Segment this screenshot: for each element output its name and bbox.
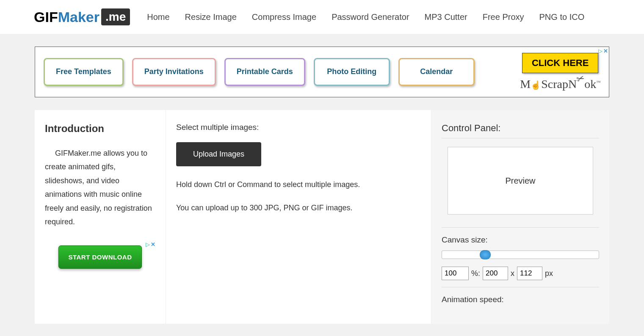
- logo-text-maker: Maker: [58, 9, 100, 25]
- ad-brand-text-scrapn: ScrapN: [541, 77, 577, 91]
- canvas-size-slider[interactable]: [442, 251, 599, 259]
- nav-png-to-ico[interactable]: PNG to ICO: [539, 12, 585, 22]
- animation-speed-label: Animation speed:: [442, 295, 599, 304]
- site-logo[interactable]: GIFMaker .me: [34, 8, 130, 25]
- main-content: Introduction GIFMaker.me allows you to c…: [35, 110, 609, 324]
- upload-images-button[interactable]: Upload Images: [176, 142, 261, 166]
- ad-brand-text-k: k: [590, 77, 596, 91]
- preview-box: Preview: [448, 147, 593, 215]
- ad-click-here-button[interactable]: CLICK HERE: [522, 53, 598, 73]
- adchoices-corner: ▷ ✕: [598, 48, 608, 54]
- ad-close-icon[interactable]: ✕: [603, 48, 608, 54]
- nav-compress-image[interactable]: Compress Image: [252, 12, 316, 22]
- nav-password-generator[interactable]: Password Generator: [332, 12, 409, 22]
- ad-brand-logo[interactable]: M☝ScrapN✂ok™: [520, 77, 600, 91]
- nav-mp3-cutter[interactable]: MP3 Cutter: [425, 12, 467, 22]
- canvas-size-label: Canvas size:: [442, 235, 599, 245]
- intro-paragraph: GIFMaker.me allows you to create animate…: [45, 146, 155, 229]
- upload-note-limit: You can upload up to 300 JPG, PNG or GIF…: [176, 202, 421, 214]
- ad-button-party-invitations[interactable]: Party Invitations: [132, 58, 216, 85]
- ad-button-photo-editing[interactable]: Photo Editing: [314, 58, 390, 85]
- logo-badge-me: .me: [101, 8, 130, 25]
- ad-button-calendar[interactable]: Calendar: [398, 58, 475, 85]
- canvas-width-input[interactable]: [483, 267, 508, 280]
- ad-button-printable-cards[interactable]: Printable Cards: [224, 58, 305, 85]
- canvas-size-inputs: %: x px: [442, 267, 599, 280]
- main-nav: Home Resize Image Compress Image Passwor…: [147, 12, 584, 22]
- percent-suffix-label: %:: [471, 269, 480, 278]
- ad-brand-text-m: M: [520, 77, 531, 91]
- nav-home[interactable]: Home: [147, 12, 169, 22]
- px-suffix-label: px: [545, 269, 553, 278]
- slider-thumb-icon[interactable]: [480, 250, 491, 259]
- adchoices-corner-small: ▷ ✕: [146, 241, 155, 248]
- adchoices-icon[interactable]: ▷: [598, 48, 603, 54]
- column-left: Introduction GIFMaker.me allows you to c…: [35, 110, 166, 324]
- nav-free-proxy[interactable]: Free Proxy: [483, 12, 524, 22]
- adchoices-icon[interactable]: ▷: [146, 241, 150, 248]
- canvas-height-input[interactable]: [517, 267, 542, 280]
- column-right-control-panel: Control Panel: Preview Canvas size: %: x…: [431, 110, 609, 324]
- intro-heading: Introduction: [45, 123, 155, 135]
- animation-speed-section: Animation speed:: [442, 287, 599, 304]
- header: GIFMaker .me Home Resize Image Compress …: [0, 0, 644, 34]
- dimension-separator: x: [511, 269, 514, 278]
- ad-start-download-button[interactable]: START DOWNLOAD: [58, 245, 141, 269]
- cursor-icon: ☝: [531, 80, 541, 90]
- ad-sidebar: ▷ ✕ START DOWNLOAD: [45, 241, 155, 269]
- canvas-percent-input[interactable]: [442, 267, 469, 280]
- ad-button-free-templates[interactable]: Free Templates: [44, 58, 124, 85]
- ad-brand-tm: ™: [596, 80, 600, 85]
- upload-note-ctrl: Hold down Ctrl or Command to select mult…: [176, 179, 421, 190]
- canvas-size-section: Canvas size: %: x px: [442, 227, 599, 280]
- ad-banner-top: ▷ ✕ Free Templates Party Invitations Pri…: [35, 47, 609, 97]
- ad-brand-text-o: o: [584, 77, 590, 91]
- nav-resize-image[interactable]: Resize Image: [185, 12, 237, 22]
- control-panel-title: Control Panel:: [442, 123, 599, 138]
- preview-label: Preview: [505, 176, 535, 186]
- logo-text-gif: GIF: [34, 9, 58, 25]
- column-center: Select multiple images: Upload Images Ho…: [166, 110, 431, 324]
- ad-close-icon[interactable]: ✕: [151, 241, 155, 248]
- ad-brand-area: CLICK HERE M☝ScrapN✂ok™: [520, 53, 600, 91]
- select-images-label: Select multiple images:: [176, 123, 421, 132]
